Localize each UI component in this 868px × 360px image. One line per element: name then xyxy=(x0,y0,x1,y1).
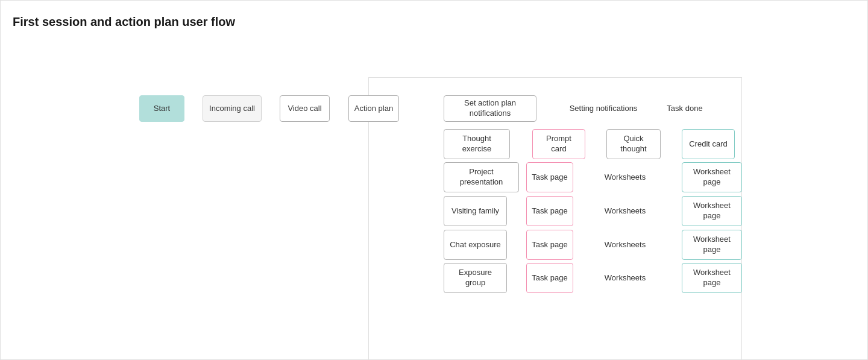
node-task-page-4: Task page xyxy=(526,263,573,293)
node-worksheet-page-4: Worksheet page xyxy=(682,263,742,293)
node-worksheets-3: Worksheets xyxy=(600,230,650,260)
node-task-page-1: Task page xyxy=(526,162,573,192)
node-start: Start xyxy=(139,95,184,122)
node-chat-exposure: Chat exposure xyxy=(444,230,507,260)
node-worksheets-1: Worksheets xyxy=(600,162,650,192)
node-task-done: Task done xyxy=(658,95,712,122)
node-worksheets-2: Worksheets xyxy=(600,196,650,226)
node-quick-thought: Quick thought xyxy=(606,129,661,159)
page-title: First session and action plan user flow xyxy=(13,15,855,29)
node-project-presentation: Project presentation xyxy=(444,162,519,192)
node-action-plan: Action plan xyxy=(348,95,399,122)
canvas: First session and action plan user flow xyxy=(0,0,868,360)
node-setting-notifications: Setting notifications xyxy=(561,95,646,122)
node-worksheet-page-1: Worksheet page xyxy=(682,162,742,192)
node-task-page-3: Task page xyxy=(526,230,573,260)
node-worksheet-page-3: Worksheet page xyxy=(682,230,742,260)
node-incoming-call: Incoming call xyxy=(203,95,262,122)
node-thought-exercise: Thought exercise xyxy=(444,129,510,159)
node-visiting-family: Visiting family xyxy=(444,196,507,226)
node-set-action-plan: Set action plan notifications xyxy=(444,95,536,122)
node-worksheet-page-2: Worksheet page xyxy=(682,196,742,226)
node-credit-card: Credit card xyxy=(682,129,735,159)
node-video-call: Video call xyxy=(280,95,330,122)
node-task-page-2: Task page xyxy=(526,196,573,226)
node-exposure-group: Exposure group xyxy=(444,263,507,293)
node-prompt-card: Prompt card xyxy=(532,129,585,159)
node-worksheets-4: Worksheets xyxy=(600,263,650,293)
